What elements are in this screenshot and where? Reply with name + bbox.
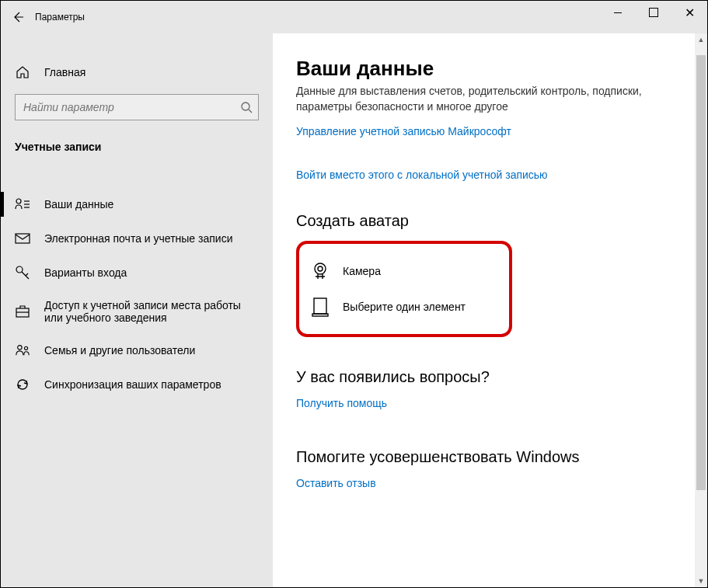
home-icon — [15, 64, 30, 80]
svg-point-12 — [18, 346, 22, 350]
scrollbar[interactable]: ▲ ▼ — [695, 33, 707, 587]
people-icon — [15, 343, 30, 358]
sidebar-item-label: Доступ к учетной записи места работы или… — [44, 299, 262, 324]
titlebar: Параметры ✕ — [1, 1, 707, 33]
avatar-option-label: Выберите один элемент — [343, 301, 466, 313]
nav-list: Ваши данные Электронная почта и учетные … — [1, 187, 273, 402]
content-area: Ваши данные Данные для выставления счето… — [273, 33, 707, 587]
scroll-up-arrow[interactable]: ▲ — [695, 33, 707, 46]
improve-heading: Помогите усовершенствовать Windows — [296, 448, 684, 466]
svg-rect-16 — [314, 298, 326, 314]
get-help-link[interactable]: Получить помощь — [296, 397, 684, 409]
settings-window: Параметры ✕ Главная Учетные записи — [0, 0, 708, 588]
manage-account-link[interactable]: Управление учетной записью Майкрософт — [296, 125, 684, 137]
arrow-left-icon — [12, 11, 24, 23]
close-button[interactable]: ✕ — [671, 1, 707, 24]
sidebar: Главная Учетные записи Ваши данные — [1, 33, 273, 587]
sync-icon — [15, 377, 30, 392]
window-title: Параметры — [35, 12, 85, 23]
key-icon — [15, 265, 30, 280]
svg-point-15 — [318, 266, 323, 271]
sidebar-item-sync[interactable]: Синхронизация ваших параметров — [1, 367, 273, 402]
camera-icon — [310, 261, 330, 281]
sidebar-item-label: Синхронизация ваших параметров — [44, 378, 221, 391]
avatar-option-browse[interactable]: Выберите один элемент — [307, 289, 501, 325]
browse-icon — [310, 297, 330, 317]
maximize-button[interactable] — [636, 1, 671, 24]
home-label: Главная — [44, 66, 85, 78]
search-box[interactable] — [15, 94, 259, 120]
page-title: Ваши данные — [296, 57, 684, 81]
window-body: Главная Учетные записи Ваши данные — [1, 33, 707, 587]
svg-point-0 — [242, 103, 249, 110]
svg-point-13 — [24, 346, 27, 350]
avatar-options-highlight: Камера Выберите один элемент — [296, 241, 512, 337]
svg-rect-17 — [312, 314, 328, 316]
questions-heading: У вас появились вопросы? — [296, 368, 684, 386]
feedback-section: Помогите усовершенствовать Windows Остав… — [296, 448, 684, 489]
sidebar-item-label: Электронная почта и учетные записи — [44, 232, 232, 245]
person-card-icon — [15, 197, 30, 212]
svg-point-7 — [16, 266, 23, 273]
search-icon — [240, 94, 253, 120]
mail-icon — [15, 231, 30, 246]
minimize-button[interactable] — [600, 1, 636, 24]
avatar-option-camera[interactable]: Камера — [307, 253, 501, 289]
sidebar-item-work-access[interactable]: Доступ к учетной записи места работы или… — [1, 290, 273, 333]
sidebar-item-label: Ваши данные — [44, 198, 113, 210]
back-button[interactable] — [1, 1, 35, 33]
sidebar-section-label: Учетные записи — [1, 136, 273, 169]
sidebar-item-signin-options[interactable]: Варианты входа — [1, 256, 273, 290]
local-account-link[interactable]: Войти вместо этого с локальной учетной з… — [296, 169, 684, 181]
scroll-down-arrow[interactable]: ▼ — [695, 575, 707, 587]
page-description: Данные для выставления счетов, родительс… — [296, 84, 684, 114]
sidebar-item-your-info[interactable]: Ваши данные — [1, 187, 273, 221]
svg-line-1 — [249, 110, 252, 113]
window-controls: ✕ — [600, 1, 707, 24]
svg-rect-6 — [16, 234, 30, 243]
scroll-thumb[interactable] — [696, 55, 706, 490]
help-section: У вас появились вопросы? Получить помощь — [296, 368, 684, 409]
svg-point-2 — [16, 199, 21, 204]
sidebar-item-label: Семья и другие пользователи — [44, 344, 195, 357]
search-input[interactable] — [15, 94, 259, 120]
svg-line-8 — [22, 272, 29, 279]
sidebar-item-family[interactable]: Семья и другие пользователи — [1, 333, 273, 367]
sidebar-item-label: Варианты входа — [44, 266, 127, 279]
sidebar-item-email[interactable]: Электронная почта и учетные записи — [1, 221, 273, 256]
feedback-link[interactable]: Оставить отзыв — [296, 477, 684, 489]
briefcase-icon — [15, 304, 30, 319]
avatar-heading: Создать аватар — [296, 212, 684, 230]
svg-point-14 — [315, 263, 326, 274]
svg-line-9 — [26, 273, 28, 276]
avatar-option-label: Камера — [343, 265, 381, 277]
home-button[interactable]: Главная — [1, 57, 273, 88]
